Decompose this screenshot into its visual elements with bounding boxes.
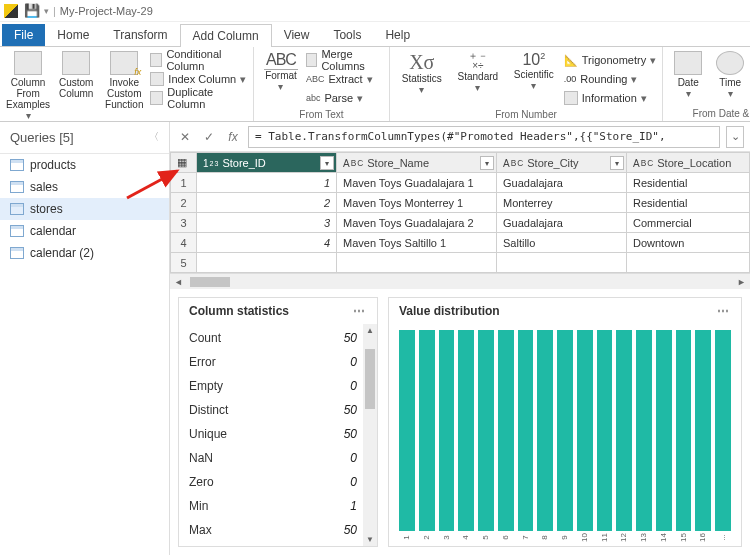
- scrollbar-thumb[interactable]: [190, 277, 230, 287]
- cell[interactable]: Maven Toys Saltillo 1: [337, 233, 497, 253]
- cell[interactable]: 1: [197, 173, 337, 193]
- standard-button[interactable]: ＋－×÷ Standard▾: [452, 51, 504, 93]
- duplicate-column-button[interactable]: Duplicate Column: [150, 89, 247, 107]
- query-item-calendar[interactable]: calendar: [0, 220, 169, 242]
- column-filter-button[interactable]: ▾: [320, 156, 334, 170]
- formula-cancel-button[interactable]: ✕: [176, 128, 194, 146]
- panel-menu-button[interactable]: ⋯: [353, 304, 367, 318]
- formula-expand-button[interactable]: ⌄: [726, 126, 744, 148]
- panel-menu-button[interactable]: ⋯: [717, 304, 731, 318]
- cell[interactable]: Residential: [627, 173, 750, 193]
- table-row[interactable]: 33Maven Toys Guadalajara 2GuadalajaraCom…: [171, 213, 750, 233]
- stat-row: Empty0: [189, 374, 371, 398]
- row-number[interactable]: 2: [171, 193, 197, 213]
- queries-header[interactable]: Queries [5] 〈: [0, 122, 169, 154]
- tab-help[interactable]: Help: [373, 24, 422, 46]
- cell[interactable]: Maven Toys Guadalajara 1: [337, 173, 497, 193]
- scientific-button[interactable]: 102 Scientific▾: [508, 51, 560, 91]
- tab-home[interactable]: Home: [45, 24, 101, 46]
- table-icon: ▦: [177, 156, 187, 168]
- table-row[interactable]: 5: [171, 253, 750, 273]
- stat-row: Count50: [189, 326, 371, 350]
- column-header-store-city[interactable]: ABCStore_City▾: [497, 153, 627, 173]
- cell[interactable]: [497, 253, 627, 273]
- chart-x-label: 7: [521, 530, 530, 546]
- row-number[interactable]: 4: [171, 233, 197, 253]
- format-button[interactable]: ABC Format ▾: [260, 51, 302, 92]
- query-item-label: stores: [30, 202, 63, 216]
- table-row[interactable]: 11Maven Toys Guadalajara 1GuadalajaraRes…: [171, 173, 750, 193]
- table-row[interactable]: 22Maven Toys Monterrey 1MonterreyResiden…: [171, 193, 750, 213]
- cell[interactable]: [627, 253, 750, 273]
- scrollbar-thumb[interactable]: [365, 349, 375, 409]
- invoke-custom-function-button[interactable]: Invoke Custom Function: [102, 51, 146, 110]
- cell[interactable]: [337, 253, 497, 273]
- merge-columns-label: Merge Columns: [321, 48, 382, 72]
- chart-bar: [656, 330, 672, 531]
- information-button[interactable]: Information ▾: [564, 89, 656, 107]
- extract-button[interactable]: ABCExtract ▾: [306, 70, 383, 88]
- titlebar-separator: |: [53, 5, 56, 17]
- chart-bar: [557, 330, 573, 531]
- tab-tools[interactable]: Tools: [321, 24, 373, 46]
- cell[interactable]: Guadalajara: [497, 213, 627, 233]
- save-icon[interactable]: 💾: [24, 3, 40, 18]
- column-filter-button[interactable]: ▾: [610, 156, 624, 170]
- chart-x-label: 12: [620, 530, 629, 546]
- column-from-examples-button[interactable]: Column From Examples ▾: [6, 51, 50, 121]
- cell[interactable]: Maven Toys Monterrey 1: [337, 193, 497, 213]
- cell[interactable]: Monterrey: [497, 193, 627, 213]
- chevron-left-icon[interactable]: 〈: [149, 130, 159, 144]
- queries-pane: Queries [5] 〈 productssalesstorescalenda…: [0, 122, 170, 555]
- statistics-button[interactable]: Χσ Statistics▾: [396, 51, 448, 95]
- fx-icon[interactable]: fx: [224, 128, 242, 146]
- cell[interactable]: Maven Toys Guadalajara 2: [337, 213, 497, 233]
- query-item-stores[interactable]: stores: [0, 198, 169, 220]
- column-filter-button[interactable]: ▾: [480, 156, 494, 170]
- tab-file[interactable]: File: [2, 24, 45, 46]
- date-button[interactable]: Date▾: [669, 51, 707, 99]
- conditional-column-button[interactable]: Conditional Column: [150, 51, 247, 69]
- qat-dropdown-icon[interactable]: ▾: [44, 6, 49, 16]
- tab-add-column[interactable]: Add Column: [180, 24, 272, 47]
- row-number[interactable]: 3: [171, 213, 197, 233]
- vertical-scrollbar[interactable]: [363, 324, 377, 546]
- query-item-products[interactable]: products: [0, 154, 169, 176]
- table-row[interactable]: 44Maven Toys Saltillo 1SaltilloDowntown: [171, 233, 750, 253]
- row-number[interactable]: 1: [171, 173, 197, 193]
- column-header-store-name[interactable]: ABCStore_Name▾: [337, 153, 497, 173]
- formula-input[interactable]: = Table.TransformColumnTypes(#"Promoted …: [248, 126, 720, 148]
- cell[interactable]: Guadalajara: [497, 173, 627, 193]
- tab-view[interactable]: View: [272, 24, 322, 46]
- dropdown-icon: ▾: [419, 84, 424, 95]
- cell[interactable]: 2: [197, 193, 337, 213]
- row-number[interactable]: 5: [171, 253, 197, 273]
- stat-row: Max50: [189, 518, 371, 542]
- trigonometry-button[interactable]: 📐Trigonometry ▾: [564, 51, 656, 69]
- cell[interactable]: [197, 253, 337, 273]
- chart-bar: [498, 330, 514, 531]
- horizontal-scrollbar[interactable]: [170, 273, 750, 289]
- cell[interactable]: Commercial: [627, 213, 750, 233]
- table-corner-button[interactable]: ▦: [171, 153, 197, 173]
- cell[interactable]: Downtown: [627, 233, 750, 253]
- time-button[interactable]: Time▾: [711, 51, 749, 99]
- table-icon: [10, 203, 24, 215]
- column-header-store-id[interactable]: 123Store_ID▾: [197, 153, 337, 173]
- tab-transform[interactable]: Transform: [101, 24, 179, 46]
- ribbon-group-general: Column From Examples ▾ Custom Column Inv…: [0, 47, 254, 121]
- custom-column-button[interactable]: Custom Column: [54, 51, 98, 99]
- query-item-calendar-2-[interactable]: calendar (2): [0, 242, 169, 264]
- cell[interactable]: Residential: [627, 193, 750, 213]
- query-item-sales[interactable]: sales: [0, 176, 169, 198]
- cell[interactable]: Saltillo: [497, 233, 627, 253]
- ribbon: Column From Examples ▾ Custom Column Inv…: [0, 46, 750, 122]
- cell[interactable]: 3: [197, 213, 337, 233]
- column-header-store-location[interactable]: ABCStore_Location: [627, 153, 750, 173]
- rounding-button[interactable]: .00Rounding ▾: [564, 70, 656, 88]
- text-type-icon: ABC: [503, 158, 523, 169]
- merge-columns-button[interactable]: Merge Columns: [306, 51, 383, 69]
- parse-button[interactable]: abcParse ▾: [306, 89, 383, 107]
- cell[interactable]: 4: [197, 233, 337, 253]
- formula-accept-button[interactable]: ✓: [200, 128, 218, 146]
